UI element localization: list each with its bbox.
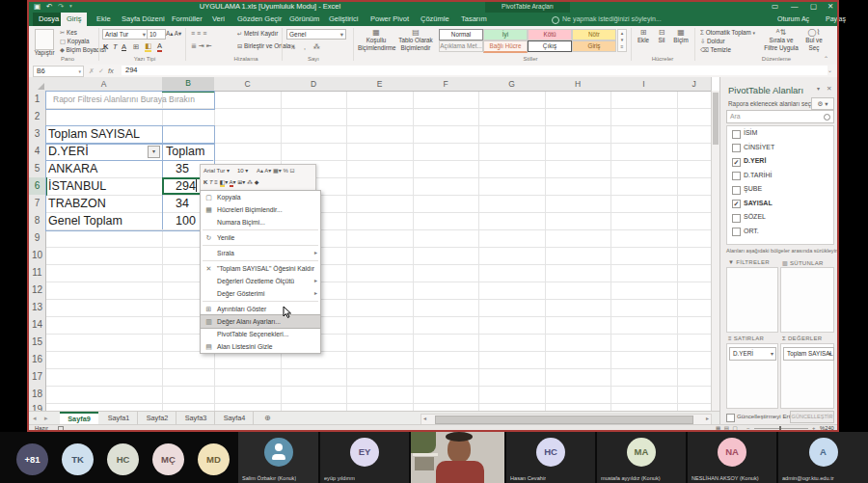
field-search-input[interactable]: Ara <box>726 110 834 123</box>
style-iyi[interactable]: İyi <box>483 29 528 40</box>
copy-button[interactable]: ▢ Kopyala <box>60 38 89 45</box>
tab-power-pivot[interactable]: Power Pivot <box>365 13 415 26</box>
grow-font-button[interactable]: A▴ A▾ <box>166 30 181 38</box>
pivot-row-label[interactable]: Genel Toplam <box>48 212 122 229</box>
pivot-field-dropdown-icon[interactable]: ▾ <box>148 146 160 158</box>
menu-item-deger-gosterimi[interactable]: Değer Gösterimi▸ <box>201 287 320 300</box>
tab-formuller[interactable]: Formüller <box>166 13 208 26</box>
row-header[interactable]: 13 <box>29 299 46 317</box>
sheet-tab-sayfa4[interactable]: Sayfa4 <box>216 412 254 425</box>
pane-tools-button[interactable]: ⚙ ▾ <box>811 97 834 110</box>
menu-item-hucreleri-bicimlendir[interactable]: ▦Hücreleri Biçimlendir... <box>201 203 320 216</box>
mini-font-icons[interactable]: A▴ A▾ ▦▾ % ⊡ <box>257 167 294 174</box>
tab-tasarim[interactable]: Tasarım <box>455 13 493 26</box>
row-header[interactable]: 12 <box>29 282 46 300</box>
font-name-select[interactable]: Arial Tur ▾ <box>102 29 149 40</box>
vscroll-thumb[interactable] <box>713 93 719 145</box>
defer-checkbox[interactable] <box>726 414 735 422</box>
underline-button[interactable]: A <box>122 42 126 51</box>
update-button[interactable]: GÜNCELLEŞTİR <box>790 411 834 423</box>
participant-video-tile[interactable] <box>411 432 504 483</box>
menu-item-ayrintilari-goster[interactable]: ⊞Ayrıntıları Göster <box>201 303 320 315</box>
checkbox-unchecked[interactable] <box>732 214 741 223</box>
col-header-i[interactable]: I <box>610 77 678 92</box>
tab-gozden-gecir[interactable]: Gözden Geçir <box>231 13 287 26</box>
sign-in[interactable]: Oturum Aç <box>777 13 809 26</box>
row-header[interactable]: 1 <box>29 91 46 109</box>
row-header[interactable]: 14 <box>29 316 46 335</box>
row-header[interactable]: 8 <box>29 212 46 230</box>
conditional-formatting-button[interactable]: ▦Koşullu Biçimlendirme <box>358 29 394 52</box>
row-header[interactable]: 2 <box>29 108 46 126</box>
tab-gelistirici[interactable]: Geliştirici <box>323 13 364 26</box>
number-format-icons[interactable]: ％ , ⁂ <box>289 42 323 52</box>
row-header[interactable]: 18 <box>29 386 46 404</box>
field-dyeri[interactable]: ✓D.YERİ <box>727 154 833 169</box>
style-gallery-scroll[interactable]: ▴▾≡ <box>617 29 627 52</box>
col-header-e[interactable]: E <box>346 77 414 92</box>
zoom-slider[interactable] <box>754 428 808 429</box>
field-dtarihi[interactable]: D.TARİHİ <box>727 169 833 183</box>
field-cinsiyet[interactable]: CİNSİYET <box>727 141 833 155</box>
pivot-row-field-cell[interactable]: D.YERİ <box>48 143 89 160</box>
mini-font-select[interactable]: Arial Tur ▾ <box>203 167 230 174</box>
font-color-icon[interactable]: A <box>157 42 162 52</box>
row-header[interactable]: 9 <box>29 229 46 248</box>
tab-ekle[interactable]: Ekle <box>91 13 117 26</box>
row-header[interactable]: 16 <box>29 351 46 369</box>
participant-bubble[interactable]: MD <box>198 443 230 475</box>
area-filters-box[interactable] <box>726 267 778 333</box>
menu-item-yenile[interactable]: ↻Yenile <box>201 231 320 244</box>
field-sube[interactable]: ŞUBE <box>727 182 833 197</box>
style-kotu[interactable]: Kötü <box>528 29 572 40</box>
tell-me[interactable]: Ne yapmak istediğinizi söyleyin... <box>562 13 662 26</box>
checkbox-unchecked[interactable] <box>732 130 741 139</box>
col-header-d[interactable]: D <box>281 77 347 92</box>
col-header-f[interactable]: F <box>413 77 479 92</box>
checkbox-unchecked[interactable] <box>732 144 741 152</box>
row-header[interactable]: 7 <box>29 195 46 213</box>
col-header-j[interactable]: J <box>677 77 712 92</box>
redo-icon[interactable]: ↷ <box>58 0 64 13</box>
add-sheet-icon[interactable]: ⊕ <box>264 412 271 425</box>
cut-button[interactable]: ✂ Kes <box>60 29 77 37</box>
style-normal[interactable]: Normal <box>439 29 483 40</box>
participant-bubble[interactable]: +81 <box>16 443 48 475</box>
number-format-select[interactable]: Genel▾ <box>286 29 346 40</box>
values-field-chip[interactable]: Toplam SAYISAL▾ <box>783 347 834 361</box>
formula-input[interactable]: 294 <box>122 66 827 75</box>
participant-tile[interactable]: EY eyüp yıldırım <box>320 432 409 483</box>
menu-item-numara-bicimi[interactable]: Numara Biçimi... <box>201 216 320 228</box>
col-header-c[interactable]: C <box>214 77 282 92</box>
select-all-corner[interactable] <box>29 77 46 92</box>
zoom-slider-thumb[interactable] <box>779 426 781 431</box>
col-header-a[interactable]: A <box>45 77 163 92</box>
row-header[interactable]: 5 <box>29 160 46 178</box>
field-ort[interactable]: ORT. <box>727 225 833 239</box>
pane-options-icon[interactable]: ▾ <box>817 85 820 92</box>
display-settings-icon[interactable]: ▭ <box>772 0 778 13</box>
participant-tile[interactable]: MA mustafa ayyıldız (Konuk) <box>597 432 686 483</box>
sort-filter-button[interactable]: ᴬ⇅Sırala ve Filtre Uygula <box>764 29 799 52</box>
menu-item-pivottable-secenekleri[interactable]: PivotTable Seçenekleri... <box>201 328 320 340</box>
delete-cells-button[interactable]: ⊟Sil <box>654 29 669 44</box>
pivot-row-label[interactable]: ANKARA <box>48 160 97 177</box>
row-header[interactable]: 15 <box>29 334 46 352</box>
name-box[interactable]: B6▾ <box>33 66 84 77</box>
qat-caret-icon[interactable]: ▾ <box>69 0 72 13</box>
share-button[interactable]: Paylaş <box>826 13 846 26</box>
row-header[interactable]: 10 <box>29 247 46 265</box>
minimize-icon[interactable]: — <box>791 0 799 13</box>
tab-cozumle[interactable]: Çözümle <box>415 13 455 26</box>
hscroll-thumb[interactable] <box>435 416 693 424</box>
participant-tile[interactable]: Salim Özbakır (Konuk) <box>238 432 318 483</box>
style-notr[interactable]: Nötr <box>572 29 616 40</box>
participant-bubble[interactable]: MÇ <box>152 443 184 475</box>
merge-center-button[interactable]: ⊟ Birleştir ve Ortala ▾ <box>237 42 295 50</box>
checkbox-unchecked[interactable] <box>732 228 741 236</box>
area-values-box[interactable]: Toplam SAYISAL▾ <box>780 343 834 409</box>
row-header[interactable]: 3 <box>29 125 46 144</box>
participant-tile[interactable]: HC Hasan Cevahir <box>506 432 595 483</box>
mini-size-select[interactable]: 10 ▾ <box>237 167 248 174</box>
style-giris[interactable]: Giriş <box>572 40 616 52</box>
